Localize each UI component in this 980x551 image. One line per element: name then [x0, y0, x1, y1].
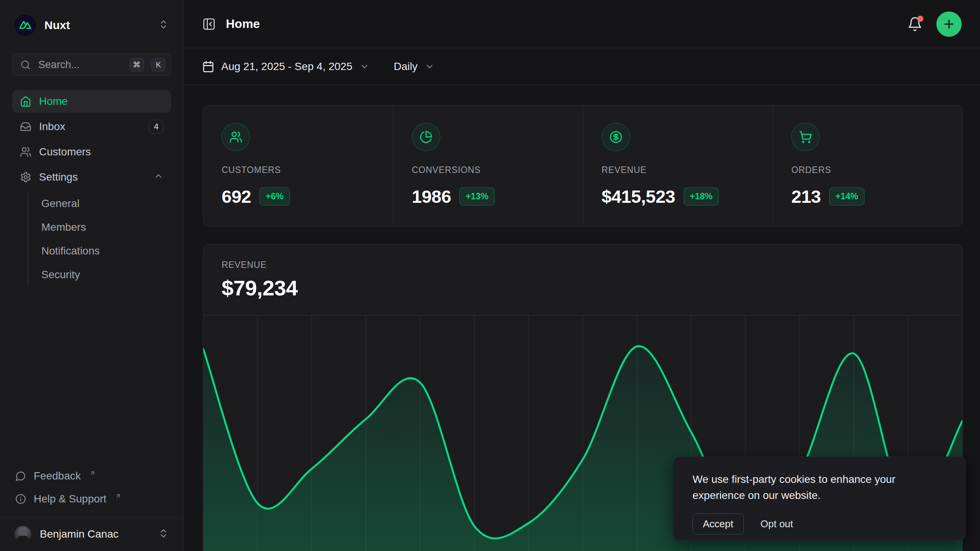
sidebar-item-label: Settings — [39, 171, 78, 183]
calendar-icon — [202, 60, 214, 73]
stat-value: $415,523 — [602, 186, 675, 207]
nuxt-logo-icon — [15, 15, 36, 36]
chat-bubble-icon — [15, 471, 26, 481]
cookie-message: We use first-party cookies to enhance yo… — [693, 471, 946, 504]
toolbar: Aug 21, 2025 - Sep 4, 2025 Daily — [184, 48, 980, 85]
info-circle-icon — [15, 494, 26, 504]
sidebar-footer: Feedback Help & Support — [12, 466, 171, 512]
granularity-label: Daily — [394, 60, 418, 73]
stat-revenue: REVENUE $415,523 +18% — [583, 105, 773, 226]
footer-link-label: Feedback — [34, 470, 81, 482]
external-link-icon — [115, 493, 121, 499]
pie-chart-icon — [412, 123, 440, 151]
inbox-count-badge: 4 — [149, 120, 163, 134]
users-icon — [222, 123, 250, 151]
shopping-cart-icon — [791, 123, 820, 151]
help-support-link[interactable]: Help & Support — [12, 489, 171, 509]
stat-label: ORDERS — [791, 165, 944, 175]
subnav-label: General — [41, 197, 80, 210]
sidebar-item-notifications[interactable]: Notifications — [40, 240, 171, 262]
stat-delta-badge: +13% — [459, 187, 494, 205]
stat-label: CONVERSIONS — [412, 165, 565, 175]
subnav-label: Notifications — [41, 245, 100, 257]
notification-dot — [917, 16, 923, 22]
topbar: Home — [184, 0, 980, 48]
stat-value: 692 — [222, 186, 251, 207]
chevron-down-icon — [425, 62, 434, 72]
user-name: Benjamin Canac — [40, 528, 150, 540]
sidebar-item-customers[interactable]: Customers — [12, 141, 171, 163]
date-range-label: Aug 21, 2025 - Sep 4, 2025 — [221, 60, 353, 73]
stat-delta-badge: +18% — [684, 187, 719, 205]
revenue-chart-label: REVENUE — [222, 260, 944, 270]
stat-value: 1986 — [412, 186, 451, 207]
plus-icon — [942, 18, 956, 31]
gear-icon — [20, 171, 31, 183]
team-selector[interactable]: Nuxt — [12, 14, 171, 37]
stats-card: CUSTOMERS 692 +6% CONVERSIONS 1986 +13% — [203, 105, 963, 227]
stat-label: CUSTOMERS — [222, 165, 375, 175]
users-icon — [20, 146, 31, 158]
sidebar-item-settings[interactable]: Settings — [12, 166, 171, 188]
sidebar-item-home[interactable]: Home — [12, 90, 171, 112]
notifications-button[interactable] — [907, 16, 923, 32]
stat-conversions: CONVERSIONS 1986 +13% — [393, 105, 583, 226]
stat-orders: ORDERS 213 +14% — [773, 105, 962, 226]
add-button[interactable] — [936, 11, 962, 37]
revenue-chart-value: $79,234 — [222, 276, 944, 300]
search-placeholder: Search... — [38, 59, 122, 71]
feedback-link[interactable]: Feedback — [12, 466, 171, 486]
external-link-icon — [89, 470, 96, 476]
sidebar-collapse-button[interactable] — [202, 17, 216, 31]
subnav-label: Security — [41, 269, 80, 281]
stat-customers: CUSTOMERS 692 +6% — [203, 105, 393, 226]
chevrons-up-down-icon — [158, 19, 169, 31]
sidebar-item-label: Home — [39, 95, 68, 108]
sidebar-item-inbox[interactable]: Inbox 4 — [12, 116, 171, 138]
avatar — [15, 526, 31, 543]
kbd-meta: ⌘ — [129, 58, 144, 72]
sidebar-item-security[interactable]: Security — [40, 264, 171, 285]
footer-link-label: Help & Support — [34, 493, 106, 505]
chevrons-up-down-icon — [158, 528, 169, 540]
stat-label: REVENUE — [602, 165, 755, 175]
accept-button[interactable]: Accept — [693, 514, 744, 535]
kbd-k: K — [152, 58, 165, 72]
search-icon — [20, 60, 31, 70]
chevron-down-icon — [359, 62, 369, 72]
team-name: Nuxt — [44, 19, 150, 32]
sidebar-item-label: Inbox — [39, 121, 65, 133]
sidebar-item-general[interactable]: General — [40, 193, 171, 214]
home-icon — [20, 96, 31, 107]
sidebar: Nuxt Search... ⌘ K Home — [0, 0, 184, 551]
cookie-banner: We use first-party cookies to enhance yo… — [673, 456, 966, 541]
sidebar-item-label: Customers — [39, 146, 91, 158]
granularity-select[interactable]: Daily — [394, 60, 434, 73]
user-menu[interactable]: Benjamin Canac — [0, 518, 183, 551]
dashboard-app: Nuxt Search... ⌘ K Home — [0, 0, 980, 551]
chevron-up-icon — [154, 171, 163, 184]
date-range-picker[interactable]: Aug 21, 2025 - Sep 4, 2025 — [202, 60, 369, 73]
sidebar-nav: Home Inbox 4 Customers Setting — [12, 90, 171, 285]
subnav-label: Members — [41, 221, 86, 233]
inbox-icon — [20, 121, 31, 132]
page-title: Home — [226, 17, 260, 31]
stat-delta-badge: +6% — [260, 187, 290, 205]
opt-out-button[interactable]: Opt out — [761, 518, 793, 530]
stat-delta-badge: +14% — [829, 187, 864, 205]
sidebar-item-members[interactable]: Members — [40, 217, 171, 238]
search-input[interactable]: Search... ⌘ K — [12, 54, 171, 76]
settings-subnav: General Members Notifications Security — [28, 193, 171, 285]
dollar-circle-icon — [602, 123, 630, 151]
stat-value: 213 — [791, 186, 821, 207]
